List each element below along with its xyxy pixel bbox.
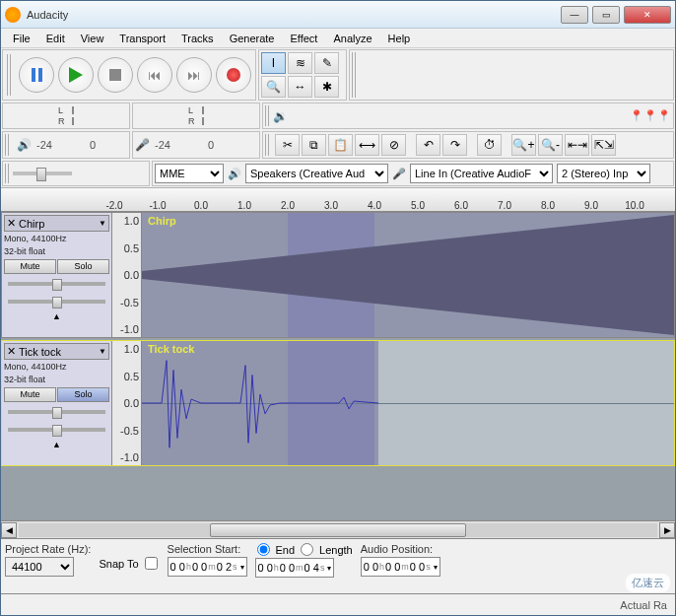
gripper-icon[interactable] [265,105,271,126]
play-button[interactable] [58,57,94,93]
time-tick: 7.0 [498,200,511,211]
zoom-in-button[interactable]: 🔍+ [511,134,536,156]
gripper-icon[interactable] [5,134,11,156]
minimize-button[interactable]: — [561,6,588,24]
waveform-display[interactable]: Tick tock [142,341,674,465]
meter-l-bar[interactable] [202,106,204,114]
collapse-button[interactable]: ▲ [4,311,109,321]
pan-slider[interactable] [8,300,105,304]
gripper-icon[interactable] [265,134,271,156]
gripper-icon[interactable] [5,164,11,183]
meter-r-bar[interactable] [72,117,74,125]
track-menu-dropdown[interactable]: ▼ [99,219,106,228]
playback-speed-slider[interactable] [13,171,72,175]
output-device-select[interactable]: Speakers (Creative Aud [245,164,388,183]
scroll-left-button[interactable]: ◀ [1,522,17,538]
menu-bar: File Edit View Transport Tracks Generate… [1,29,675,48]
menu-analyze[interactable]: Analyze [325,31,379,46]
cut-button[interactable]: ✂ [275,134,300,156]
fit-selection-button[interactable]: ⇤⇥ [565,134,589,156]
dropdown-icon[interactable]: ▾ [240,563,244,572]
envelope-tool[interactable]: ≋ [288,52,312,74]
selection-tool[interactable]: I [261,52,286,74]
track-close-button[interactable]: ✕ [7,217,19,230]
pause-button[interactable] [19,57,54,93]
audio-host-select[interactable]: MME [155,164,224,183]
silence-button[interactable]: ⊘ [381,134,406,156]
solo-button[interactable]: Solo [57,387,109,402]
track-name[interactable]: Tick tock [19,346,99,358]
timeshift-tool[interactable]: ↔ [288,76,312,98]
project-rate-select[interactable]: 44100 [5,557,74,577]
redo-button[interactable]: ↷ [442,134,467,156]
mute-button[interactable]: Mute [4,387,56,402]
skip-start-button[interactable]: ⏮ [137,57,172,93]
record-button[interactable] [216,57,251,93]
time-tick: 5.0 [411,200,425,211]
scroll-right-button[interactable]: ▶ [659,522,675,538]
maximize-button[interactable]: ▭ [592,6,620,24]
time-tick: 0.0 [194,200,208,211]
waveform-display[interactable]: Chirp [142,213,674,337]
dropdown-icon[interactable]: ▾ [327,564,331,573]
audio-position-field[interactable]: 0 0h 0 0m 0 0s ▾ [361,557,440,577]
time-tick: 3.0 [324,200,338,211]
copy-button[interactable]: ⧉ [302,134,326,156]
menu-transport[interactable]: Transport [111,31,173,46]
gripper-icon[interactable] [352,52,358,98]
vertical-ruler[interactable]: 1.0 0.5 0.0 -0.5 -1.0 [112,341,142,465]
track-menu-dropdown[interactable]: ▼ [99,347,106,356]
zoom-tool[interactable]: 🔍 [261,76,286,98]
selection-start-field[interactable]: 0 0h 0 0m 0 2s ▾ [168,557,247,577]
menu-tracks[interactable]: Tracks [173,31,222,46]
selection-end-field[interactable]: 0 0h 0 0m 0 4s ▾ [255,558,335,578]
pan-slider[interactable] [8,428,105,432]
undo-button[interactable]: ↶ [416,134,440,156]
mute-button[interactable]: Mute [4,259,56,274]
skip-end-button[interactable]: ⏭ [176,57,212,93]
meter-l-bar[interactable] [72,106,74,114]
pin-icon[interactable]: 📍 [630,109,643,122]
time-tick: 9.0 [584,200,598,211]
vscale-tick: 0.0 [114,397,139,409]
dropdown-icon[interactable]: ▾ [434,563,438,572]
zoom-out-button[interactable]: 🔍- [538,134,563,156]
selection-end-radio[interactable] [257,543,270,556]
timeline-ruler[interactable]: -2.0 -1.0 0.0 1.0 2.0 3.0 4.0 5.0 6.0 7.… [1,188,675,212]
track-name[interactable]: Chirp [19,218,99,230]
track-close-button[interactable]: ✕ [7,345,19,358]
pin-icon[interactable]: 📍 [643,109,657,122]
horizontal-scrollbar[interactable]: ◀ ▶ [1,520,675,538]
stop-button[interactable] [98,57,133,93]
meter-r-bar[interactable] [202,117,204,125]
input-device-select[interactable]: Line In (Creative AudioF [410,164,553,183]
sync-lock-button[interactable]: ⏱ [477,134,502,156]
vertical-ruler[interactable]: 1.0 0.5 0.0 -0.5 -1.0 [112,213,142,337]
selection-length-radio[interactable] [301,543,313,556]
fit-project-button[interactable]: ⇱⇲ [591,134,616,156]
menu-file[interactable]: File [5,31,38,46]
scroll-thumb[interactable] [210,523,465,537]
pin-icon[interactable]: 📍 [657,109,671,122]
snap-to-checkbox[interactable] [145,557,158,570]
paste-button[interactable]: 📋 [328,134,353,156]
menu-effect[interactable]: Effect [283,31,326,46]
device-toolbar: MME 🔊 Speakers (Creative Aud 🎤 Line In (… [152,161,674,186]
close-button[interactable]: ✕ [624,6,671,24]
gain-slider[interactable] [8,410,105,414]
gain-slider[interactable] [8,282,105,286]
collapse-button[interactable]: ▲ [4,440,109,449]
input-channels-select[interactable]: 2 (Stereo) Inp [557,164,650,183]
draw-tool[interactable]: ✎ [314,52,339,74]
selection-toolbar: Project Rate (Hz): 44100 Snap To Selecti… [1,538,675,593]
menu-help[interactable]: Help [380,31,419,46]
menu-view[interactable]: View [73,31,112,46]
trim-button[interactable]: ⟷ [355,134,379,156]
menu-edit[interactable]: Edit [38,31,73,46]
project-rate-label: Project Rate (Hz): [5,543,91,555]
solo-button[interactable]: Solo [57,259,109,274]
scroll-track[interactable] [19,523,657,537]
multi-tool[interactable]: ✱ [314,76,339,98]
gripper-icon[interactable] [7,54,13,96]
menu-generate[interactable]: Generate [222,31,283,46]
